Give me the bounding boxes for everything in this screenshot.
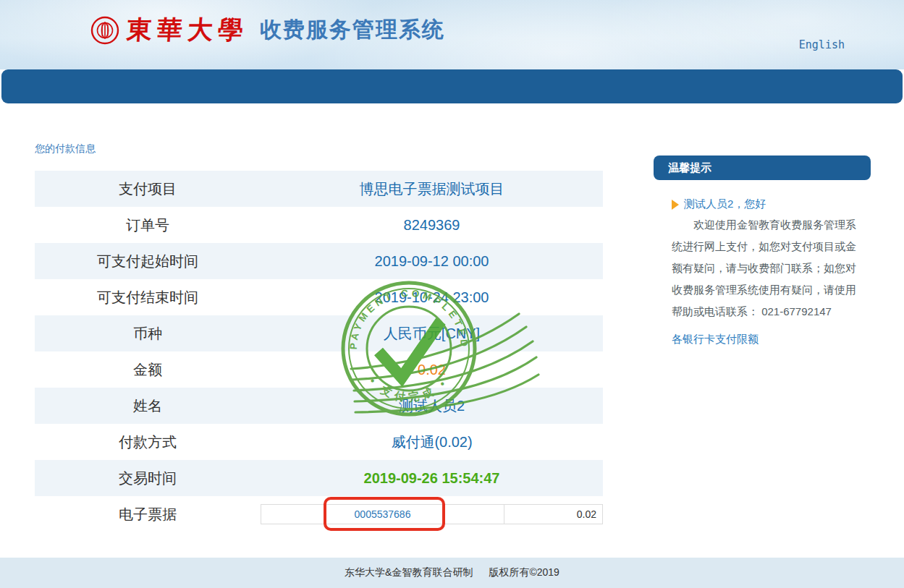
tips-message: 欢迎使用金智教育收费服务管理系统进行网上支付，如您对支付项目或金额有疑问，请与收…: [672, 214, 862, 323]
invoice-amount: 0.02: [504, 505, 602, 524]
header: 東華大學 收费服务管理系统 English: [0, 0, 904, 69]
invoice-number-link[interactable]: 0005537686: [261, 505, 504, 524]
brand: 東華大學 收费服务管理系统: [90, 13, 445, 47]
user-greeting: 测试人员2，您好: [684, 197, 766, 211]
row-label: 付款方式: [35, 424, 261, 460]
row-value: 2019-10-24 23:00: [261, 279, 603, 315]
row-label: 订单号: [35, 207, 261, 243]
row-value-amount: 0.02: [261, 351, 603, 388]
footer: 东华大学&金智教育联合研制 版权所有©2019: [0, 558, 904, 588]
tips-body: 测试人员2，您好 欢迎使用金智教育收费服务管理系统进行网上支付，如您对支付项目或…: [654, 180, 871, 350]
row-value-invoice: 0005537686 0.02: [261, 496, 603, 532]
bank-limit-link[interactable]: 各银行卡支付限额: [672, 328, 759, 350]
system-title: 收费服务管理系统: [260, 15, 445, 45]
table-row: 姓名 测试人员2: [35, 388, 603, 424]
row-label: 姓名: [35, 388, 261, 424]
row-label: 可支付结束时间: [35, 279, 261, 315]
university-name: 東華大學: [125, 13, 249, 47]
row-value-transaction-time: 2019-09-26 15:54:47: [261, 460, 603, 496]
sidebar-tips: 温馨提示 测试人员2，您好 欢迎使用金智教育收费服务管理系统进行网上支付，如您对…: [654, 155, 871, 350]
tips-title: 温馨提示: [654, 155, 871, 180]
row-label: 电子票据: [35, 496, 261, 532]
row-value: 人民币元[CNY]: [261, 315, 603, 351]
row-label: 支付项目: [35, 171, 261, 207]
table-row: 付款方式 威付通(0.02): [35, 424, 603, 460]
payment-table: 支付项目 博思电子票据测试项目 订单号 8249369 可支付起始时间 2019…: [35, 171, 603, 532]
table-row: 可支付结束时间 2019-10-24 23:00: [35, 279, 603, 315]
table-row-invoice: 电子票据 0005537686 0.02: [35, 496, 603, 532]
row-value: 威付通(0.02): [261, 424, 603, 460]
row-label: 可支付起始时间: [35, 243, 261, 279]
row-value: 博思电子票据测试项目: [261, 171, 603, 207]
table-row: 币种 人民币元[CNY]: [35, 315, 603, 351]
table-row: 订单号 8249369: [35, 207, 603, 243]
row-label: 币种: [35, 315, 261, 351]
navbar: [1, 69, 903, 103]
english-link[interactable]: English: [799, 38, 845, 51]
row-value: 8249369: [261, 207, 603, 243]
row-label: 金额: [35, 351, 261, 388]
university-seal-icon: [90, 16, 119, 45]
invoice-subtable: 0005537686 0.02: [261, 504, 603, 524]
row-value: 测试人员2: [261, 388, 603, 424]
footer-credit: 东华大学&金智教育联合研制: [345, 566, 473, 579]
page: 東華大學 收费服务管理系统 English 您的付款信息 支付项目 博思电子票据…: [0, 0, 904, 588]
arrow-right-icon: [672, 200, 679, 210]
table-row: 金额 0.02: [35, 351, 603, 388]
row-label: 交易时间: [35, 460, 261, 496]
table-row: 支付项目 博思电子票据测试项目: [35, 171, 603, 207]
greeting-row: 测试人员2，您好: [672, 197, 862, 211]
footer-copyright: 版权所有©2019: [489, 566, 559, 579]
table-row: 交易时间 2019-09-26 15:54:47: [35, 460, 603, 496]
payment-section-title: 您的付款信息: [35, 142, 96, 155]
table-row: 可支付起始时间 2019-09-12 00:00: [35, 243, 603, 279]
row-value: 2019-09-12 00:00: [261, 243, 603, 279]
